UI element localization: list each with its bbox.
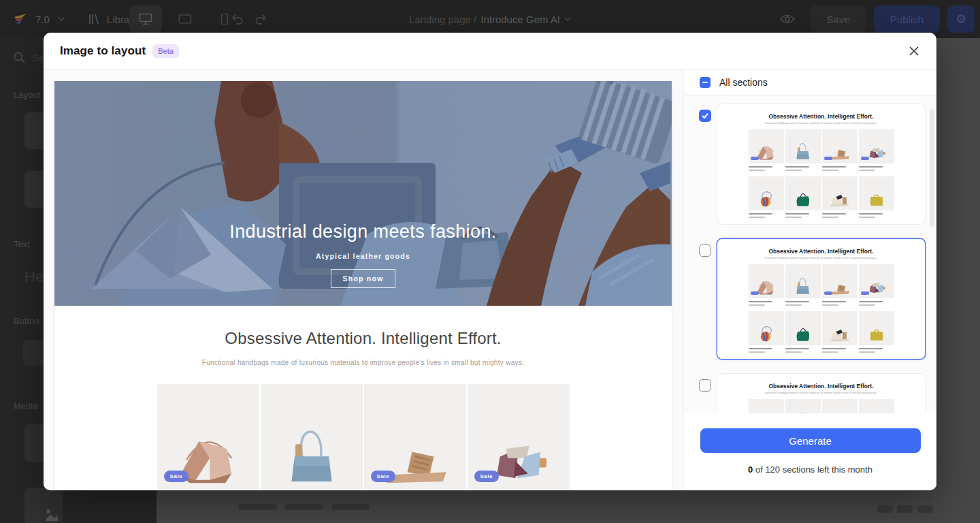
thumbnail-product-tile [822, 311, 858, 345]
sections-panel: All sections Obsessive Attention. Intell… [683, 70, 936, 490]
canvas-skeleton-pill [917, 505, 933, 513]
section-thumbnail-card[interactable]: Obsessive Attention. Intelligent Effort.… [717, 373, 926, 413]
panel-scrollbar[interactable] [930, 109, 934, 227]
thumbnail-product-tile [785, 176, 821, 210]
thumbnail-product-tile [822, 129, 858, 163]
product-image-shoulder-bag [790, 272, 815, 297]
image-mountain-icon [44, 507, 59, 522]
thumbnail-product-row [717, 129, 925, 174]
mini-sale-badge [861, 157, 869, 160]
thumbnail-text-line [749, 348, 772, 349]
library-icon [88, 13, 100, 25]
preview-eye-icon[interactable] [780, 14, 795, 25]
section-row: Obsessive Attention. Intelligent Effort.… [699, 373, 936, 413]
thumbnail-text-line [822, 166, 846, 168]
product-image-shoulder-bag [790, 407, 815, 413]
thumbnail-text-line [822, 351, 839, 353]
thumbnail-product-tile [822, 264, 858, 298]
thumbnail-text-line [785, 217, 802, 218]
thumbnail-product [749, 176, 784, 221]
thumbnail-product-row [717, 311, 925, 355]
thumbnail-title: Obsessive Attention. Intelligent Effort. [717, 248, 925, 255]
panel-footer: Generate 0 of 120 sections left this mon… [684, 413, 936, 490]
thumbnail-product [859, 176, 894, 221]
product-image-shoulder-bag [273, 408, 350, 490]
section-row: Obsessive Attention. Intelligent Effort.… [699, 104, 936, 225]
all-sections-checkbox[interactable] [700, 77, 710, 88]
thumbnail-product-tile [822, 176, 858, 210]
generate-button[interactable]: Generate [700, 428, 921, 453]
check-icon [701, 112, 709, 120]
thumbnail-product [749, 399, 784, 413]
thumbnail-text-line [859, 348, 883, 349]
source-screenshot: Industrial design meets fashion. Atypica… [54, 81, 672, 490]
product-image-heel-mule [827, 319, 852, 344]
product-image-shoulder-bag [790, 138, 815, 162]
sale-badge: Sale [164, 471, 189, 482]
thumbnail-product [859, 311, 894, 355]
thumbnail-text-line [822, 170, 839, 171]
thumbnail-product [822, 129, 858, 174]
thumbnail-product-tile [749, 311, 784, 345]
thumbnail-text-line [859, 301, 883, 302]
thumbnail-product [859, 399, 894, 413]
section-checkbox[interactable] [699, 379, 711, 392]
product-image-green-bag [790, 185, 815, 209]
mini-sale-badge [751, 291, 759, 295]
thumbnail-text-line [859, 213, 883, 215]
section-checkbox[interactable] [699, 110, 711, 122]
thumbnail-text-line [822, 213, 846, 215]
thumbnail-product-tile [859, 176, 894, 210]
device-desktop-button[interactable] [129, 5, 162, 33]
save-button[interactable]: Save [811, 5, 866, 33]
thumbnail-text-line [859, 304, 876, 306]
desktop-icon [139, 13, 152, 25]
beta-badge: Beta [152, 44, 179, 58]
thumbnail-text-line [749, 166, 772, 168]
product-tile: Sale [364, 384, 466, 490]
thumbnail-product [859, 129, 894, 174]
thumbnail-product-row [717, 176, 925, 221]
thumbnail-product [785, 399, 821, 413]
settings-gear-button[interactable]: ⚙ [947, 5, 975, 33]
thumbnail-text-line [859, 166, 883, 168]
thumbnail-subtitle: Functional handbags made of luxurious ma… [757, 392, 885, 394]
product-tile: Sale [468, 384, 570, 490]
thumbnail-text-line [749, 301, 772, 302]
undo-icon[interactable] [230, 13, 244, 25]
product-image-striped-circle-bag [753, 319, 779, 344]
chevron-down-icon [564, 17, 571, 21]
canvas-skeleton-pill [897, 505, 913, 513]
device-tablet-button[interactable] [169, 5, 201, 33]
thumbnail-product [822, 176, 858, 221]
chevron-down-icon [58, 17, 65, 21]
source-image-pane: Industrial design meets fashion. Atypica… [44, 70, 683, 490]
thumbnail-product-tile [822, 399, 858, 413]
thumbnail-text-line [749, 170, 766, 171]
sale-badge: Sale [371, 471, 396, 482]
section-thumbnail-card[interactable]: Obsessive Attention. Intelligent Effort.… [717, 104, 926, 225]
close-icon[interactable] [908, 45, 920, 57]
section-checkbox[interactable] [699, 244, 711, 257]
all-sections-row[interactable]: All sections [684, 70, 936, 95]
section-subtitle: Functional handbags made of luxurious ma… [54, 359, 672, 366]
section-thumbnail-card[interactable]: Obsessive Attention. Intelligent Effort.… [717, 238, 926, 360]
tablet-icon [178, 14, 192, 25]
version-dropdown[interactable]: 7.0 [35, 14, 50, 25]
thumbnail-text-line [822, 217, 839, 218]
thumbnail-product-tile [749, 264, 784, 298]
thumbnail-subtitle: Functional handbags made of luxurious ma… [757, 122, 885, 125]
canvas-skeleton-pill [877, 505, 893, 513]
publish-button[interactable]: Publish [874, 5, 940, 33]
product-image-slide-sandal [827, 407, 852, 413]
redo-icon[interactable] [255, 13, 268, 25]
sale-badge: Sale [474, 471, 500, 482]
thumbnail-product-tile [859, 264, 894, 298]
media-item-preview[interactable] [24, 488, 63, 523]
thumbnail-product-tile [785, 264, 821, 298]
thumbnail-text-line [785, 170, 802, 171]
canvas-skeleton-pill [238, 504, 277, 510]
product-image-striped-circle-bag [753, 185, 779, 209]
hero-copy: Industrial design meets fashion. Atypica… [54, 221, 672, 288]
framer-logo-icon [14, 12, 27, 26]
